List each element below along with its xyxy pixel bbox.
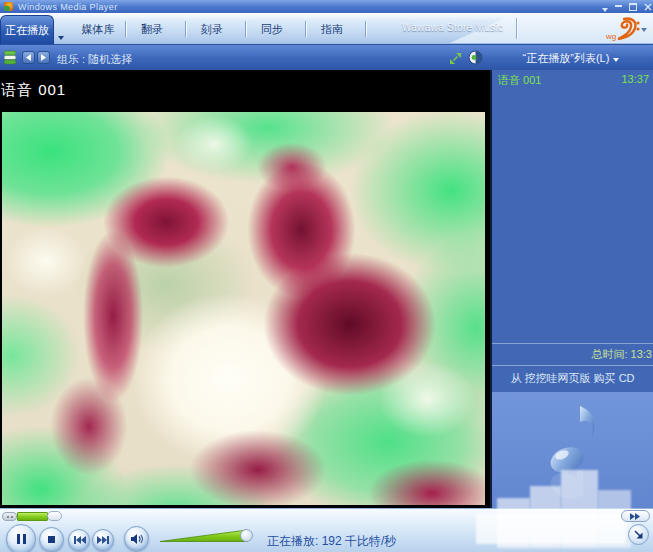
tab-bar: 正在播放 媒体库 翻录 刻录 同步 指南 Wawawa Store Music … <box>0 13 653 44</box>
tab-separator <box>125 21 126 37</box>
main-area: 语音 001 语音 001 13:37 总时间: 13:3 从 挖挖哇网页版 购… <box>0 70 653 508</box>
playlist-item[interactable]: 语音 001 13:37 <box>492 70 653 90</box>
playlist-item-title: 语音 001 <box>498 73 541 88</box>
title-bar: Windows Media Player <box>0 0 653 13</box>
tab-now-playing-label: 正在播放 <box>5 23 49 38</box>
status-text: 正在播放: 192 千比特/秒 <box>267 533 396 550</box>
pause-icon <box>16 533 27 545</box>
mute-button[interactable] <box>124 526 149 551</box>
tab-burn[interactable]: 刻录 <box>194 22 230 37</box>
total-time-value: 13:3 <box>631 348 652 360</box>
watermark-block <box>476 514 626 544</box>
store-separator <box>516 18 517 39</box>
tab-library[interactable]: 媒体库 <box>76 22 120 37</box>
back-arrow-icon <box>25 54 32 61</box>
volume-icon <box>130 533 143 545</box>
tab-rip[interactable]: 翻录 <box>134 22 170 37</box>
seek-rewind-pill[interactable] <box>2 512 17 521</box>
forward-button[interactable] <box>37 51 50 64</box>
tab-now-playing[interactable]: 正在播放 <box>0 15 54 44</box>
close-button[interactable] <box>644 3 652 11</box>
tab-separator <box>245 21 246 37</box>
tab-separator <box>185 21 186 37</box>
playlist-empty-space <box>492 90 653 343</box>
minimize-button[interactable] <box>615 5 622 8</box>
back-button[interactable] <box>22 51 35 64</box>
volume-slider-handle[interactable] <box>240 529 253 542</box>
previous-icon <box>73 535 86 545</box>
seek-slider-handle[interactable] <box>47 511 62 521</box>
next-button[interactable] <box>92 529 114 551</box>
playlist-total-time: 总时间: 13:3 <box>492 343 653 366</box>
fast-forward-button[interactable] <box>621 510 650 522</box>
volume-slider[interactable] <box>160 529 250 543</box>
tab-separator <box>365 21 366 37</box>
tab-sync[interactable]: 同步 <box>254 22 290 37</box>
stop-button[interactable] <box>39 527 64 552</box>
video-area: 语音 001 <box>0 70 490 508</box>
window-title: Windows Media Player <box>18 2 118 12</box>
pause-button[interactable] <box>6 524 36 552</box>
fullscreen-icon[interactable] <box>449 51 462 69</box>
window-controls <box>602 0 652 13</box>
store-music-button[interactable]: Wawawa Store Music <box>402 22 514 33</box>
wmp-app-icon <box>4 2 13 11</box>
switch-to-compact-button[interactable] <box>628 524 649 545</box>
compact-mode-arrow-icon <box>633 529 644 540</box>
tab-separator <box>305 21 306 37</box>
stop-icon <box>47 535 56 544</box>
previous-button[interactable] <box>68 529 90 551</box>
visualization-display <box>2 112 485 505</box>
now-playing-dropdown-arrow-icon[interactable] <box>58 26 64 44</box>
visualization-selector-label[interactable]: 组乐 : 随机选择 <box>57 52 132 67</box>
store-logo-dropdown-arrow-icon[interactable] <box>641 28 647 32</box>
video-overlay-title: 语音 001 <box>1 81 66 100</box>
close-icon <box>644 3 652 11</box>
store-logo-icon[interactable]: wg <box>594 16 640 42</box>
total-time-label: 总时间: <box>591 348 627 360</box>
now-playing-options-icon[interactable] <box>3 50 17 69</box>
wmp-window: Windows Media Player 正在播放 媒体库 翻录 刻录 同步 指… <box>0 0 653 552</box>
fast-forward-icon <box>630 513 641 520</box>
seek-progress-bar[interactable] <box>17 512 48 521</box>
store-logo-text: wg <box>605 32 616 41</box>
visualization-picker-icon[interactable] <box>468 50 483 69</box>
next-icon <box>97 535 110 545</box>
forward-arrow-icon <box>40 54 47 61</box>
tab-guide[interactable]: 指南 <box>314 22 350 37</box>
playlist-panel: 语音 001 13:37 总时间: 13:3 从 挖挖哇网页版 购买 CD <box>490 70 653 508</box>
playlist-header-label: “正在播放”列表(L) <box>523 52 610 64</box>
playlist-item-duration: 13:37 <box>621 73 649 88</box>
maximize-button[interactable] <box>629 3 637 11</box>
buy-cd-link[interactable]: 从 挖挖哇网页版 购买 CD <box>492 366 653 392</box>
playback-toolbar: 组乐 : 随机选择 “正在播放”列表(L) <box>0 44 653 70</box>
playlist-header-dropdown[interactable]: “正在播放”列表(L) <box>492 51 650 66</box>
